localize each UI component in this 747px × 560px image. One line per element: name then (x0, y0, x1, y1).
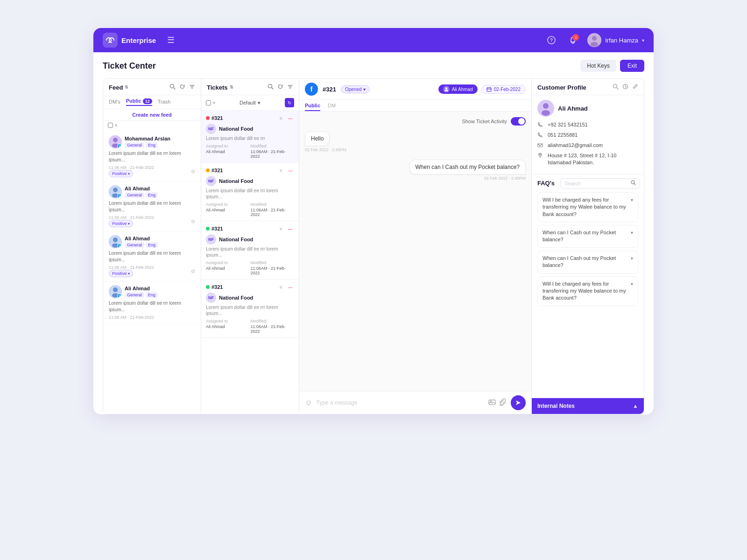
feed-item[interactable]: t Ali Ahmad General Eng Lorem ipsum doll… (103, 231, 201, 281)
profile-icons (613, 84, 638, 91)
select-all-chevron[interactable]: ▾ (115, 123, 117, 128)
header-actions: ? 1 Irfan Hamza ▾ (544, 33, 644, 47)
create-feed-button[interactable]: Create new feed (103, 109, 201, 121)
feed-filter-icon[interactable] (189, 84, 195, 91)
tab-trash[interactable]: Trash (158, 99, 171, 105)
faq-text: When can I Cash out my Pocket balance? (543, 229, 628, 244)
faq-search-input[interactable] (564, 181, 629, 186)
faq-item[interactable]: When can I Cash out my Pocket balance? ▾ (537, 225, 638, 248)
feed-item[interactable]: t Ali Ahmad General Eng Lorem ipsum doll… (103, 182, 201, 231)
ticket-item[interactable]: #321 ≡ — NF National Food Lorem ipsum do… (201, 221, 299, 280)
tab-dm-chat[interactable]: DM (328, 103, 336, 111)
tickets-refresh-button[interactable]: ↻ (285, 98, 294, 107)
ticket-dot-green (206, 285, 210, 289)
tickets-sort-icon[interactable]: ⇅ (230, 85, 233, 90)
twitter-badge: t (117, 294, 122, 298)
ticket-close-icon[interactable]: — (287, 114, 294, 122)
agent-badge[interactable]: Ali Ahmad (438, 84, 478, 94)
ticket-close-icon[interactable]: — (287, 225, 294, 232)
ticket-list-icon[interactable]: ≡ (277, 114, 285, 122)
tickets-search-icon[interactable] (268, 84, 274, 91)
select-all-checkbox[interactable] (108, 123, 113, 128)
feed-refresh-icon[interactable] (179, 84, 185, 91)
status-badge[interactable]: Opened ▾ (341, 85, 370, 93)
ticket-dot-red (206, 116, 210, 120)
ticket-close-icon[interactable]: — (287, 167, 294, 174)
hotkeys-button[interactable]: Hot Keys (580, 60, 616, 72)
emoji-button[interactable]: ☺ (305, 399, 312, 407)
ticket-list-icon[interactable]: ≡ (277, 225, 285, 232)
faq-text: Will I be charged any fees for transferr… (543, 196, 628, 218)
ticket-id: #321 (206, 115, 223, 121)
profile-user-name: Ali Ahmad (558, 105, 588, 112)
user-profile[interactable]: Irfan Hamza ▾ (587, 33, 644, 47)
notification-button[interactable]: 1 (566, 33, 580, 47)
chat-ticket-num: #321 (323, 86, 336, 93)
tab-public[interactable]: Public12 (126, 98, 152, 106)
block-icon[interactable]: ⊘ (191, 168, 195, 175)
block-icon[interactable]: ⊘ (191, 218, 195, 224)
tag-general: General (125, 142, 144, 148)
ticket-preview: Lorem ipsum dollar dill ee rrr lorem ips… (206, 304, 294, 316)
profile-edit-icon[interactable] (632, 84, 638, 91)
feed-item[interactable]: t Ali Ahmad General Eng Lorem ipsum doll… (103, 281, 201, 324)
feed-sort-icon[interactable]: ⇅ (125, 85, 128, 90)
facebook-icon: f (305, 83, 318, 96)
profile-email: aliahmad12@gmail.com (548, 142, 603, 149)
ticket-sender-name: National Food (219, 295, 253, 301)
exit-button[interactable]: Exit (620, 60, 644, 72)
show-activity-label: Show Ticket Activity (462, 119, 507, 124)
profile-body: Ali Ahmad +92 321 5432151 (532, 95, 644, 175)
tickets-filter-icon[interactable] (287, 84, 293, 91)
activity-toggle[interactable] (511, 117, 526, 126)
chat-attach-button[interactable] (500, 399, 507, 407)
profile-title: Customer Profile (537, 84, 586, 91)
menu-icon[interactable]: ☰ (167, 35, 175, 45)
faq-item[interactable]: When can I Cash out my Pocket balance? ▾ (537, 251, 638, 273)
tickets-refresh-icon[interactable] (277, 84, 283, 91)
tickets-checkbox[interactable] (206, 100, 211, 105)
feed-item-text: Lorem ipsum dollar dill ee rrr lorem ips… (109, 150, 195, 163)
ticket-item[interactable]: #321 ≡ — NF National Food Lorem ipsum do… (201, 111, 299, 163)
chat-message-input[interactable] (316, 399, 485, 406)
feed-title: Feed ⇅ (109, 84, 128, 91)
profile-phone2-row: 051 2255881 (537, 132, 638, 139)
help-button[interactable]: ? (544, 33, 558, 47)
faq-item[interactable]: Will I be charged any fees for transferr… (537, 276, 638, 306)
email-icon (537, 142, 544, 149)
tickets-default-filter[interactable]: Default ▾ (240, 100, 261, 106)
messages-area: Hello 02 Feb 2022 · 2:45PM When can I Ca… (305, 131, 526, 188)
svg-point-20 (113, 287, 118, 292)
date-badge[interactable]: 02-Feb-2022 (481, 85, 526, 94)
block-icon[interactable]: ⊘ (191, 268, 195, 274)
ticket-close-icon[interactable]: — (287, 283, 294, 291)
location-icon (537, 153, 544, 160)
ticket-dot-yellow (206, 168, 210, 172)
feed-item[interactable]: t Mohammad Arslan General Eng Lorem ipsu… (103, 132, 201, 182)
feed-column: Feed ⇅ (103, 79, 201, 414)
tab-public-chat[interactable]: Public (305, 103, 320, 111)
internal-notes-chevron: ▲ (633, 403, 638, 409)
send-button[interactable] (511, 395, 526, 410)
ticket-item[interactable]: #321 ≡ — NF National Food Lorem ipsum do… (201, 163, 299, 221)
feed-select-all: ▾ (103, 121, 201, 130)
chat-image-button[interactable] (488, 399, 496, 407)
ticket-list-icon[interactable]: ≡ (277, 283, 285, 291)
tickets-select-chevron[interactable]: ▾ (213, 100, 215, 105)
tickets-header: Tickets ⇅ (201, 79, 299, 95)
profile-history-icon[interactable] (622, 84, 628, 91)
chat-column: f #321 Opened ▾ (299, 79, 532, 414)
svg-point-28 (444, 90, 448, 91)
ticket-list-icon[interactable]: ≡ (277, 167, 285, 174)
faq-item[interactable]: Will I be charged any fees for transferr… (537, 192, 638, 222)
profile-search-icon[interactable] (613, 84, 619, 91)
profile-address-row: House # 123, Street # 12, I-10 Islamabad… (537, 152, 638, 167)
feed-list: t Mohammad Arslan General Eng Lorem ipsu… (103, 130, 201, 414)
profile-header: Customer Profile (532, 79, 644, 95)
internal-notes-bar[interactable]: Internal Notes ▲ (532, 398, 644, 414)
twitter-badge: t (117, 244, 122, 248)
sentiment-badge[interactable]: Positive ▾ (109, 170, 133, 177)
ticket-item[interactable]: #321 ≡ — NF National Food Lorem ipsum do… (201, 280, 299, 338)
tab-dms[interactable]: DM's (109, 99, 120, 105)
feed-search-icon[interactable] (169, 84, 176, 91)
